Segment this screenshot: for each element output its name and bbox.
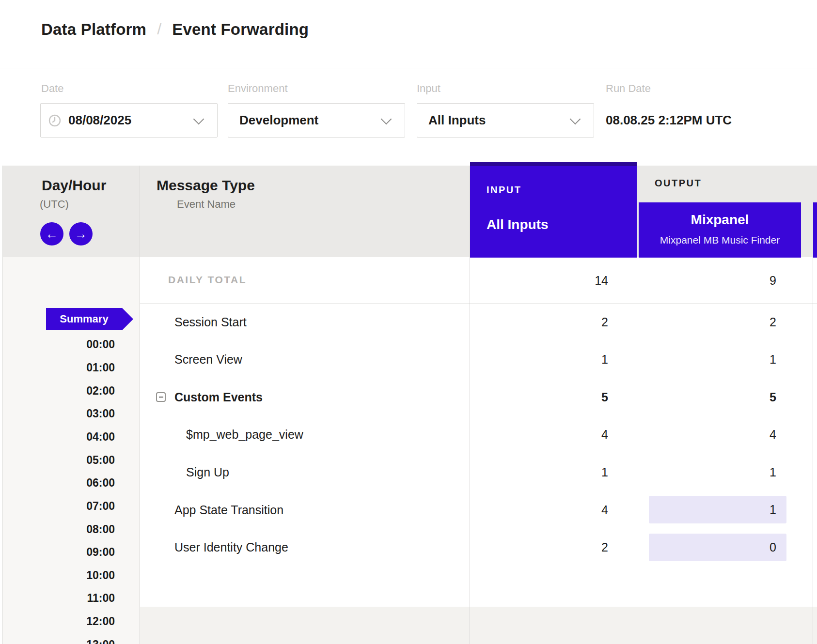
output-count-cell-highlighted: 1 [649,496,786,523]
date-filter-label: Date [41,82,63,95]
arrow-left-icon: ← [46,222,58,245]
output-count-cell: 2 [637,314,776,330]
daily-total-divider [140,304,817,304]
collapse-minus-icon[interactable] [156,392,166,402]
output-count-cell: 5 [637,389,776,405]
event-row-label: User Identity Change [174,539,288,555]
arrow-right-icon: → [75,222,87,245]
input-dropdown[interactable]: All Inputs [417,103,594,138]
input-filter-label: Input [417,82,440,95]
environment-filter-label: Environment [228,82,288,95]
column-divider [140,166,140,644]
environment-dropdown[interactable]: Development [228,103,405,138]
event-row-label: App State Transition [174,502,283,518]
day-hour-utc-label: (UTC) [40,198,69,211]
input-count-cell: 4 [470,427,608,442]
hour-item[interactable]: 10:00 [29,568,115,583]
event-row-label: $mp_web_page_view [186,427,303,442]
daily-total-input-value: 14 [470,273,608,288]
input-count-cell: 1 [470,352,608,367]
next-day-button[interactable]: → [69,222,93,245]
hour-item[interactable]: 00:00 [29,337,115,352]
hour-item[interactable]: 02:00 [29,383,115,398]
run-date-value: 08.08.25 2:12PM UTC [606,113,732,128]
output-count-cell: 1 [637,464,776,480]
input-column-header[interactable]: INPUT All Inputs [470,162,637,258]
chevron-down-icon [570,113,581,124]
mixpanel-column-header[interactable]: Mixpanel Mixpanel MB Music Finder [639,202,801,258]
sidebar-item-summary[interactable]: Summary [46,308,133,330]
clock-icon [48,114,61,127]
chevron-down-icon [381,113,392,124]
hour-item[interactable]: 09:00 [29,545,115,559]
previous-day-button[interactable]: ← [40,222,63,245]
topbar-divider [0,68,817,68]
input-column-name: All Inputs [487,217,549,232]
input-count-cell: 2 [470,314,608,330]
column-divider [470,166,470,644]
event-row-label: Custom Events [174,389,263,405]
hour-item[interactable]: 08:00 [29,522,115,537]
event-row-label: Screen View [174,352,242,367]
hour-item[interactable]: 03:00 [29,406,115,421]
breadcrumb-parent[interactable]: Data Platform [41,20,146,39]
breadcrumb: Data Platform / Event Forwarding [41,20,309,39]
input-count-cell: 4 [470,502,608,518]
date-value: 08/08/2025 [68,113,131,128]
hour-item[interactable]: 04:00 [29,429,115,444]
page-title: Event Forwarding [172,20,309,39]
day-hour-header: Day/Hour [42,177,106,194]
event-name-subheader: Event Name [177,198,236,211]
output-count-cell: 4 [637,427,776,442]
input-count-cell: 1 [470,464,608,480]
table-footer-band [140,607,817,644]
daily-total-output-value: 9 [637,273,776,288]
output-count-cell-highlighted: 0 [649,534,786,561]
input-value: All Inputs [428,113,486,128]
daily-total-label: DAILY TOTAL [168,274,247,286]
event-row-label: Session Start [174,314,247,330]
input-count-cell: 5 [470,389,608,405]
run-date-label: Run Date [606,82,651,95]
event-row-label: Sign Up [186,464,229,480]
message-type-header: Message Type [157,177,255,194]
mixpanel-column-subtitle: Mixpanel MB Music Finder [639,234,801,246]
hour-item[interactable]: 05:00 [29,453,115,467]
hour-item[interactable]: 13:00 [29,637,115,644]
output-count-cell: 1 [637,352,776,367]
input-section-label: INPUT [487,184,522,196]
environment-value: Development [239,113,318,128]
next-output-column-partial[interactable] [813,202,817,258]
output-section-label: OUTPUT [655,178,702,189]
hour-item[interactable]: 06:00 [29,475,115,490]
hour-item[interactable]: 07:00 [29,499,115,513]
column-divider [813,257,813,644]
hour-item[interactable]: 12:00 [29,614,115,629]
event-forwarding-page: Data Platform / Event Forwarding Date 08… [0,0,817,644]
date-dropdown[interactable]: 08/08/2025 [40,103,218,138]
chevron-down-icon [193,113,204,124]
input-count-cell: 2 [470,539,608,555]
mixpanel-column-name: Mixpanel [639,212,801,228]
hour-item[interactable]: 01:00 [29,360,115,375]
breadcrumb-separator: / [157,20,161,38]
hour-item[interactable]: 11:00 [29,591,115,605]
summary-label: Summary [46,308,122,330]
